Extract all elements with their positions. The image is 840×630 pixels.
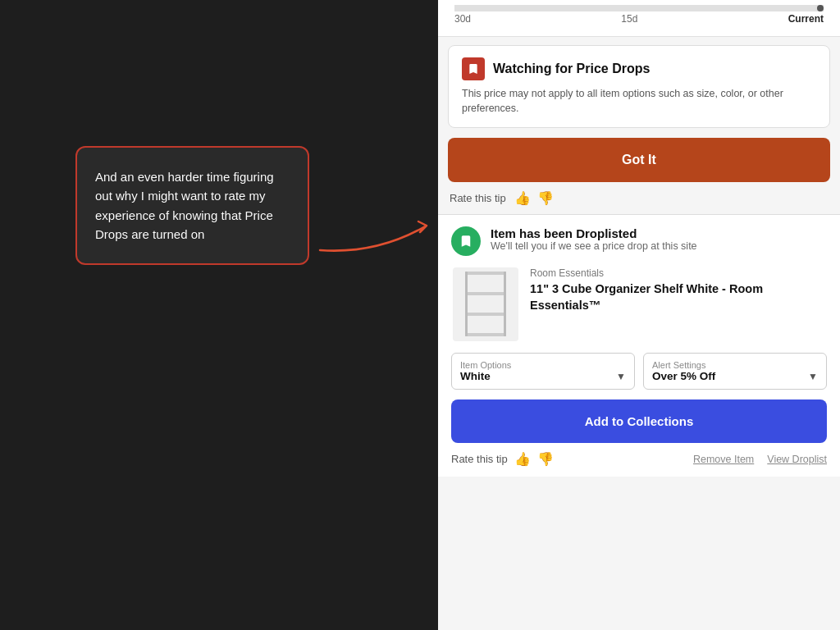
droplisted-section: Item has been Droplisted We'll tell you …	[438, 215, 840, 477]
thumbs-down-icon[interactable]: 👎	[537, 190, 554, 206]
svg-rect-4	[465, 272, 468, 336]
bottom-links: Remove Item View Droplist	[693, 454, 827, 465]
droplisted-text: Item has been Droplisted We'll tell you …	[491, 226, 697, 252]
chevron-down-icon: ▼	[616, 371, 626, 382]
right-panel: 30d 15d Current Watching for Price Drops…	[438, 0, 840, 630]
tooltip-text: And an even harder time figuring out why…	[95, 170, 274, 241]
thumbs-up-icon-2[interactable]: 👍	[514, 451, 531, 467]
svg-rect-1	[465, 292, 506, 295]
product-brand: Room Essentials	[530, 267, 825, 279]
arrow-icon	[312, 209, 455, 258]
chart-area: 30d 15d Current	[438, 0, 840, 37]
got-it-button[interactable]: Got It	[448, 138, 830, 182]
remove-item-link[interactable]: Remove Item	[693, 454, 754, 465]
chart-label-current: Current	[788, 13, 824, 25]
bottom-rate-row: Rate this tip 👍 👎 Remove Item View Dropl…	[451, 451, 827, 467]
tooltip-box: And an even harder time figuring out why…	[75, 146, 309, 265]
chart-label-30d: 30d	[454, 13, 471, 25]
chart-labels: 30d 15d Current	[454, 13, 824, 25]
chart-label-15d: 15d	[621, 13, 637, 25]
dropdowns-row: Item Options White ▼ Alert Settings Over…	[451, 353, 827, 390]
product-name: 11" 3 Cube Organizer Shelf White - Room …	[530, 281, 825, 314]
view-droplist-link[interactable]: View Droplist	[767, 454, 827, 465]
alert-settings-value-row: Over 5% Off ▼	[652, 370, 818, 382]
watching-description: This price may not apply to all item opt…	[462, 87, 816, 116]
shelf-svg	[461, 272, 510, 337]
svg-rect-2	[465, 313, 506, 316]
item-options-dropdown[interactable]: Item Options White ▼	[451, 353, 635, 390]
bookmark-icon	[462, 57, 485, 80]
droplisted-icon	[451, 226, 481, 256]
bookmark-svg	[467, 62, 480, 75]
chart-line	[454, 5, 824, 11]
svg-rect-0	[465, 272, 506, 275]
product-image	[453, 267, 518, 341]
item-options-value: White	[460, 370, 491, 382]
rate-tip-label: Rate this tip	[450, 192, 506, 204]
item-options-value-row: White ▼	[460, 370, 626, 382]
add-to-collections-button[interactable]: Add to Collections	[451, 399, 827, 443]
svg-rect-5	[504, 272, 506, 336]
droplisted-title: Item has been Droplisted	[491, 226, 697, 240]
thumbs-up-icon[interactable]: 👍	[514, 190, 531, 206]
alert-settings-label: Alert Settings	[652, 360, 818, 370]
svg-rect-3	[465, 333, 506, 336]
thumbs-down-icon-2[interactable]: 👎	[537, 451, 554, 467]
rate-tip-row: Rate this tip 👍 👎	[438, 187, 840, 214]
rate-tip-label-2: Rate this tip	[451, 453, 508, 465]
product-row: Room Essentials 11" 3 Cube Organizer She…	[451, 267, 827, 341]
chevron-down-icon-2: ▼	[808, 371, 818, 382]
item-options-label: Item Options	[460, 360, 626, 370]
product-info: Room Essentials 11" 3 Cube Organizer She…	[530, 267, 825, 341]
droplisted-description: We'll tell you if we see a price drop at…	[491, 240, 697, 252]
watching-header: Watching for Price Drops	[462, 57, 816, 80]
alert-settings-value: Over 5% Off	[652, 370, 715, 382]
droplisted-header: Item has been Droplisted We'll tell you …	[451, 226, 827, 256]
droplisted-svg	[459, 234, 473, 249]
watching-card: Watching for Price Drops This price may …	[448, 45, 830, 128]
alert-settings-dropdown[interactable]: Alert Settings Over 5% Off ▼	[643, 353, 827, 390]
rate-icons: 👍 👎	[514, 190, 554, 206]
watching-title: Watching for Price Drops	[493, 62, 650, 76]
